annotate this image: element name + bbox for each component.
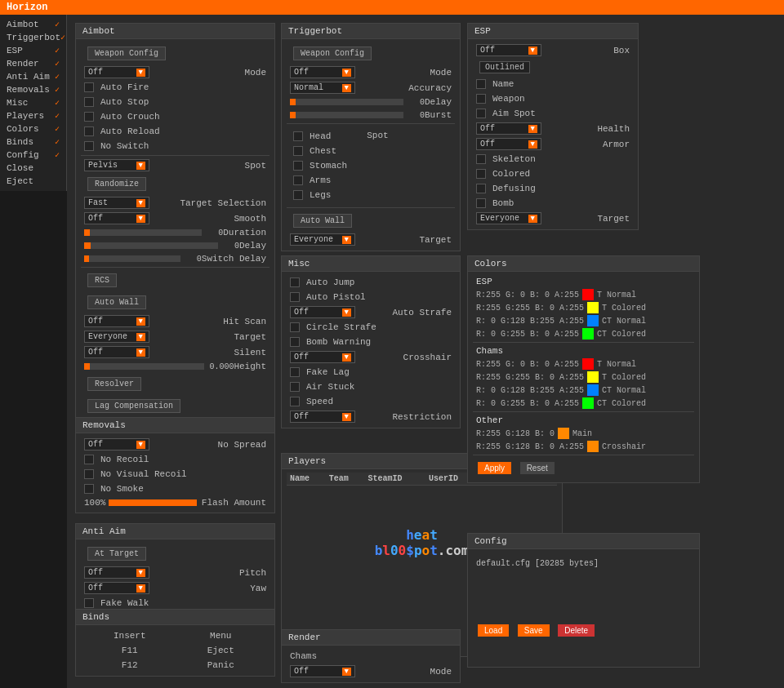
tb-mode-dropdown[interactable]: Off ▼ (290, 66, 355, 78)
colors-apply-btn[interactable]: Apply (478, 462, 511, 474)
removals-visual-cb[interactable] (84, 469, 94, 479)
sidebar-label: Render (7, 59, 39, 69)
esp-bomb-cb[interactable] (476, 198, 486, 208)
mode-dropdown[interactable]: Off ▼ (84, 66, 149, 78)
esp-ctn-swatch[interactable] (587, 315, 599, 326)
chams-ctc-swatch[interactable] (582, 397, 594, 409)
other-main-swatch[interactable] (558, 428, 569, 439)
misc-restriction-dropdown[interactable]: Off ▼ (290, 411, 355, 423)
sidebar-item-players[interactable]: Players ✓ (0, 109, 66, 122)
hitscan-dropdown[interactable]: Off ▼ (84, 315, 149, 327)
auto-crouch-cb[interactable] (84, 112, 94, 122)
target-sel-dropdown[interactable]: Fast ▼ (84, 197, 149, 209)
fake-walk-cb[interactable] (84, 598, 94, 608)
sidebar-item-antiaim[interactable]: Anti Aim ✓ (0, 70, 66, 83)
smooth-dropdown[interactable]: Off ▼ (84, 212, 149, 224)
misc-crosshair-dropdown[interactable]: Off ▼ (290, 351, 355, 363)
other-xhair-r: R:255 (476, 442, 501, 451)
sidebar-item-binds[interactable]: Binds ✓ (0, 135, 66, 149)
esp-aimspot-cb[interactable] (476, 109, 486, 118)
resolver-btn[interactable]: Resolver (87, 377, 141, 391)
esp-health-dropdown[interactable]: Off ▼ (476, 122, 541, 135)
silent-dropdown[interactable]: Off ▼ (84, 346, 149, 358)
auto-fire-label: Auto Fire (100, 82, 149, 92)
esp-name-cb[interactable] (476, 79, 486, 89)
sidebar-item-triggerbot[interactable]: Triggerbot ✓ (0, 31, 66, 44)
check-esp: ✓ (55, 46, 60, 55)
sidebar-item-removals[interactable]: Removals ✓ (0, 83, 66, 96)
misc-circle-cb[interactable] (290, 322, 300, 332)
tb-head-cb[interactable] (293, 131, 303, 141)
tb-stomach-cb[interactable] (293, 161, 303, 171)
misc-bomb-cb[interactable] (290, 337, 300, 347)
sidebar-item-close[interactable]: Close (0, 162, 66, 175)
esp-weapon-cb[interactable] (476, 94, 486, 104)
config-load-btn[interactable]: Load (478, 624, 509, 637)
chams-tc-swatch[interactable] (587, 371, 599, 383)
config-save-btn[interactable]: Save (518, 624, 550, 637)
switch-delay-track[interactable] (84, 255, 180, 262)
sidebar-label: Aimbot (7, 20, 39, 29)
misc-autopistol-cb[interactable] (290, 292, 300, 302)
render-mode-dropdown[interactable]: Off ▼ (290, 665, 355, 677)
colors-reset-btn[interactable]: Reset (520, 462, 555, 474)
misc-autojump-cb[interactable] (290, 277, 300, 287)
misc-autostrafe-dropdown[interactable]: Off ▼ (290, 306, 355, 318)
tb-acc-dropdown[interactable]: Normal ▼ (290, 82, 355, 94)
config-delete-btn[interactable]: Delete (558, 624, 595, 637)
sidebar-item-esp[interactable]: ESP ✓ (0, 44, 66, 57)
tb-weapon-config-btn[interactable]: Weapon Config (293, 47, 372, 60)
tb-delay-track[interactable] (290, 99, 403, 105)
sidebar-item-colors[interactable]: Colors ✓ (0, 122, 66, 135)
auto-stop-cb[interactable] (84, 97, 94, 107)
removals-recoil-cb[interactable] (84, 455, 94, 464)
sidebar-item-render[interactable]: Render ✓ (0, 57, 66, 70)
esp-target-dropdown[interactable]: Everyone ▼ (476, 212, 541, 224)
pitch-dropdown[interactable]: Off ▼ (84, 566, 149, 579)
misc-fakelag-cb[interactable] (290, 367, 300, 377)
esp-box-dropdown[interactable]: Off ▼ (476, 44, 541, 56)
esp-tn-swatch[interactable] (582, 289, 594, 300)
chams-tn-swatch[interactable] (582, 358, 594, 370)
misc-speed-cb[interactable] (290, 397, 300, 406)
no-switch-cb[interactable] (84, 141, 94, 151)
esp-armor-dropdown[interactable]: Off ▼ (476, 138, 541, 150)
esp-ctc-swatch[interactable] (582, 328, 594, 340)
yaw-dropdown[interactable]: Off ▼ (84, 582, 149, 594)
tb-burst-track[interactable] (290, 112, 403, 118)
lag-comp-btn[interactable]: Lag Compensation (87, 399, 180, 413)
randomize-btn[interactable]: Randomize (87, 177, 146, 191)
tb-auto-wall-btn[interactable]: Auto Wall (293, 214, 352, 228)
auto-fire-cb[interactable] (84, 82, 94, 92)
auto-wall-btn[interactable]: Auto Wall (87, 295, 146, 309)
flash-track[interactable] (109, 499, 197, 506)
rcs-btn[interactable]: RCS (87, 273, 117, 287)
weapon-config-btn[interactable]: Weapon Config (87, 47, 166, 60)
tb-target-dropdown[interactable]: Everyone ▼ (290, 233, 355, 246)
other-xhair-swatch[interactable] (587, 441, 599, 452)
at-target-btn[interactable]: At Target (87, 547, 146, 561)
spot-dropdown[interactable]: Pelvis ▼ (84, 159, 149, 171)
atarget-dropdown[interactable]: Everyone ▼ (84, 331, 149, 343)
removals-spread-dropdown[interactable]: Off ▼ (84, 438, 149, 451)
esp-skeleton-cb[interactable] (476, 154, 486, 164)
sidebar-item-config[interactable]: Config ✓ (0, 149, 66, 162)
tb-legs-cb[interactable] (293, 190, 303, 200)
sidebar-item-aimbot[interactable]: Aimbot ✓ (0, 18, 66, 31)
esp-defusing-cb[interactable] (476, 184, 486, 193)
misc-restriction-value: Off (294, 412, 309, 421)
esp-colored-cb[interactable] (476, 169, 486, 179)
chams-ctn-swatch[interactable] (587, 384, 599, 396)
delay-track[interactable] (84, 242, 218, 249)
tb-arms-cb[interactable] (293, 175, 303, 185)
sidebar-item-misc[interactable]: Misc ✓ (0, 96, 66, 109)
removals-smoke-cb[interactable] (84, 484, 94, 494)
auto-reload-cb[interactable] (84, 127, 94, 136)
duration-track[interactable] (84, 229, 202, 236)
height-track[interactable] (84, 363, 204, 370)
esp-tc-swatch[interactable] (587, 302, 599, 313)
tb-chest-cb[interactable] (293, 146, 303, 156)
sidebar-item-eject[interactable]: Eject (0, 175, 66, 188)
misc-airstuck-cb[interactable] (290, 382, 300, 392)
esp-health-value: Off (480, 124, 495, 133)
